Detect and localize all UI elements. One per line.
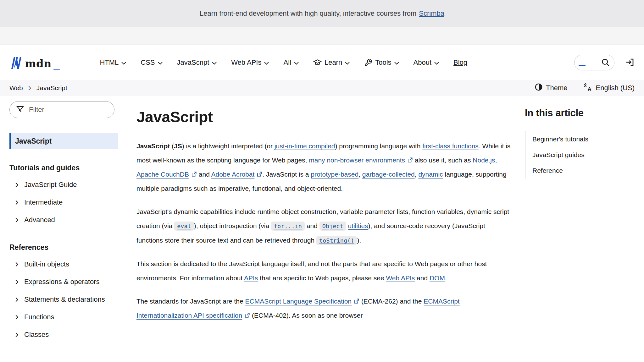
- login-button[interactable]: [625, 58, 635, 68]
- toc-item-beginner-s-tutorials[interactable]: Beginner's tutorials: [532, 135, 588, 143]
- nav-item-label: Blog: [453, 58, 467, 67]
- chevron-down-icon: [158, 62, 163, 65]
- sidebar-item-label: Expressions & operators: [24, 278, 100, 286]
- inline-link-prototype-based[interactable]: prototype-based: [311, 171, 358, 178]
- sidebar-item-label: Statements & declarations: [24, 295, 105, 304]
- inline-link-web-apis[interactable]: Web APIs: [386, 274, 415, 282]
- inline-link-first-class-functions[interactable]: first-class functions: [422, 142, 479, 150]
- chevron-right-icon: [15, 297, 19, 302]
- graduation-cap-icon: [313, 58, 322, 67]
- toc: In this article Beginner's tutorialsJava…: [525, 96, 634, 178]
- sidebar-item-intermediate[interactable]: Intermediate: [9, 194, 113, 211]
- filter-funnel-icon: [16, 105, 24, 114]
- inline-code-link-object[interactable]: Object: [319, 222, 346, 229]
- bold-term: JS: [174, 142, 182, 150]
- article-paragraph: The standards for JavaScript are the ECM…: [136, 294, 511, 322]
- article-paragraph: JavaScript (JS) is a lightweight interpr…: [136, 139, 511, 195]
- nav-item-about[interactable]: About: [414, 58, 439, 67]
- sidebar-item-label: Advanced: [24, 216, 55, 224]
- code-chip: toString(): [316, 236, 357, 245]
- sign-in-icon: [625, 58, 635, 68]
- article-paragraph: JavaScript's dynamic capabilities includ…: [136, 205, 511, 248]
- sidebar-item-javascript-active[interactable]: JavaScript: [9, 133, 118, 149]
- sidebar-item-label: Functions: [24, 313, 54, 321]
- language-button[interactable]: x A English (US): [584, 83, 635, 93]
- article: JavaScript JavaScript (JS) is a lightwei…: [136, 96, 511, 332]
- breadcrumb: Web JavaScript: [9, 84, 67, 92]
- search-icon[interactable]: [601, 58, 610, 67]
- breadcrumb-bar: Web JavaScript Theme x A Engl: [0, 80, 644, 96]
- page-title: JavaScript: [136, 108, 511, 126]
- inline-code-link-tostring[interactable]: toString(): [316, 237, 357, 244]
- sidebar-item-statements-declarations[interactable]: Statements & declarations: [9, 291, 113, 308]
- nav-item-tools[interactable]: Tools: [364, 58, 399, 67]
- chevron-down-icon: [434, 62, 439, 65]
- theme-icon: [535, 83, 543, 93]
- inline-link-adobe-acrobat[interactable]: Adobe Acrobat: [211, 171, 263, 178]
- language-label: English (US): [596, 84, 635, 92]
- inline-link-apache-couchdb[interactable]: Apache CouchDB: [136, 171, 197, 178]
- chevron-right-icon: [15, 279, 19, 285]
- site-header: mdn _ HTMLCSSJavaScriptWeb APIsAllLearnT…: [0, 45, 644, 80]
- nav-item-blog[interactable]: Blog: [453, 58, 467, 67]
- nav-item-html[interactable]: HTML: [100, 58, 126, 67]
- inline-link-dynamic[interactable]: dynamic: [418, 171, 443, 178]
- nav-item-label: HTML: [100, 58, 119, 67]
- nav-item-label: CSS: [141, 58, 155, 67]
- inline-code-link-eval[interactable]: eval: [174, 222, 194, 229]
- breadcrumb-item-javascript[interactable]: JavaScript: [36, 84, 67, 92]
- nav-item-web-apis[interactable]: Web APIs: [231, 58, 269, 67]
- promo-banner-scrimba-link[interactable]: Scrimba: [419, 9, 444, 18]
- promo-banner: Learn front-end development with high qu…: [0, 0, 644, 27]
- external-link-icon: [405, 156, 413, 164]
- external-link-icon: [189, 171, 197, 178]
- breadcrumb-item-web[interactable]: Web: [9, 84, 23, 92]
- sidebar-section-heading: References: [9, 243, 121, 252]
- sidebar-item-javascript-guide[interactable]: JavaScript Guide: [9, 176, 113, 194]
- theme-label: Theme: [546, 84, 567, 92]
- sub-banner-strip: [0, 27, 644, 45]
- external-link-icon: [352, 298, 359, 305]
- code-chip: Object: [319, 222, 346, 231]
- theme-button[interactable]: Theme: [535, 83, 567, 93]
- nav-item-label: All: [283, 58, 291, 67]
- search-input[interactable]: [574, 55, 614, 70]
- nav-item-css[interactable]: CSS: [141, 58, 162, 67]
- nav-item-learn[interactable]: Learn: [313, 58, 350, 67]
- chevron-down-icon: [345, 62, 350, 65]
- inline-link-utilities[interactable]: utilities: [348, 222, 368, 229]
- article-paragraph: This section is dedicated to the JavaScr…: [136, 257, 511, 285]
- chevron-right-icon: [15, 262, 19, 267]
- inline-link-dom[interactable]: DOM: [430, 274, 445, 282]
- chevron-down-icon: [121, 62, 126, 65]
- sidebar-item-classes[interactable]: Classes: [9, 326, 113, 343]
- sidebar-item-expressions-operators[interactable]: Expressions & operators: [9, 273, 113, 291]
- translate-icon: x A: [584, 83, 593, 93]
- filter-input[interactable]: Filter: [9, 101, 114, 118]
- inline-code-link-for-in[interactable]: for...in: [271, 222, 305, 229]
- sidebar-item-built-in-objects[interactable]: Built-in objects: [9, 255, 113, 273]
- chevron-right-icon: [15, 315, 19, 320]
- sidebar-item-functions[interactable]: Functions: [9, 308, 113, 326]
- chevron-right-icon: [15, 332, 19, 337]
- inline-link-ecmascript-language-specification[interactable]: ECMAScript Language Specification: [245, 298, 360, 305]
- nav-item-javascript[interactable]: JavaScript: [177, 58, 217, 67]
- inline-link-apis[interactable]: APIs: [244, 274, 258, 282]
- nav-item-label: JavaScript: [177, 58, 209, 67]
- inline-link-just-in-time-compiled[interactable]: just-in-time compiled: [275, 142, 335, 150]
- inline-link-node-js[interactable]: Node.js: [473, 156, 495, 164]
- main-nav: HTMLCSSJavaScriptWeb APIsAllLearnToolsAb…: [100, 58, 467, 67]
- bold-term: JavaScript: [136, 142, 170, 150]
- sidebar-item-label: Intermediate: [24, 198, 63, 206]
- nav-item-label: About: [414, 58, 432, 67]
- mdn-logo[interactable]: mdn _: [9, 56, 59, 69]
- sidebar-item-advanced[interactable]: Advanced: [9, 211, 113, 229]
- chevron-right-icon: [28, 85, 31, 91]
- nav-item-all[interactable]: All: [283, 58, 298, 67]
- inline-link-garbage-collected[interactable]: garbage-collected: [362, 171, 415, 178]
- toc-item-reference[interactable]: Reference: [532, 167, 563, 174]
- filter-placeholder: Filter: [29, 106, 44, 114]
- toc-item-javascript-guides[interactable]: JavaScript guides: [532, 151, 585, 158]
- nav-item-label: Learn: [325, 58, 342, 67]
- inline-link-many-non-browser-environments[interactable]: many non-browser environments: [309, 156, 413, 164]
